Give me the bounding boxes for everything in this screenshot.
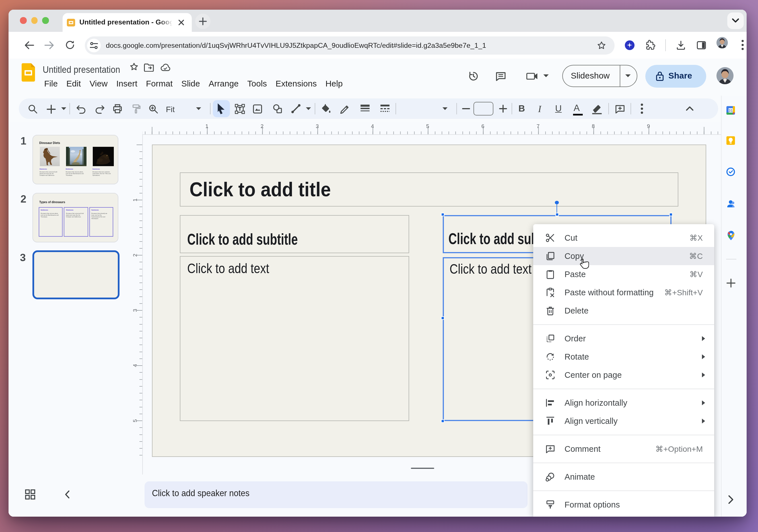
svg-text:31: 31 [729, 108, 733, 113]
